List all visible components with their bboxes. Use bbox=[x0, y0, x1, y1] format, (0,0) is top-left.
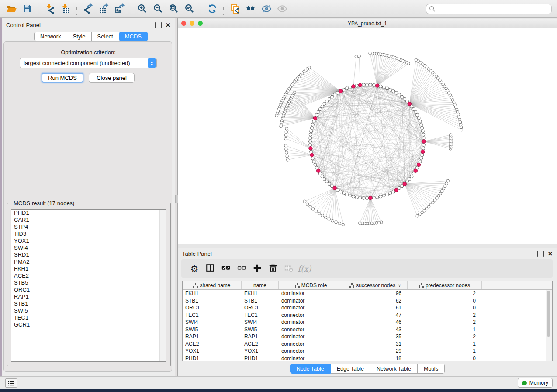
network-node[interactable] bbox=[414, 110, 417, 113]
vertical-splitter[interactable] bbox=[175, 18, 178, 376]
network-node[interactable] bbox=[318, 212, 321, 215]
network-node[interactable] bbox=[306, 203, 309, 206]
network-node[interactable] bbox=[395, 91, 398, 94]
network-node[interactable] bbox=[342, 192, 345, 195]
network-node[interactable] bbox=[362, 83, 365, 86]
mcds-result-item[interactable]: SRD1 bbox=[11, 251, 166, 258]
mcds-node[interactable] bbox=[339, 89, 342, 93]
mcds-result-item[interactable]: PHD1 bbox=[11, 210, 166, 217]
network-node[interactable] bbox=[285, 151, 288, 155]
network-node[interactable] bbox=[382, 194, 385, 197]
network-node[interactable] bbox=[309, 133, 312, 136]
mcds-result-list[interactable]: PHD1CAR1STP4TID3YOX1SWI4SRD1PMA2FKH1ACE2… bbox=[11, 209, 166, 362]
network-node[interactable] bbox=[379, 195, 382, 198]
network-node[interactable] bbox=[365, 83, 368, 86]
zoom-in-button[interactable] bbox=[135, 2, 150, 15]
network-node[interactable] bbox=[284, 144, 287, 147]
network-node[interactable] bbox=[303, 200, 306, 203]
refresh-button[interactable] bbox=[204, 2, 220, 15]
network-node[interactable] bbox=[379, 85, 382, 88]
network-node[interactable] bbox=[285, 131, 288, 134]
table-row[interactable]: TEC1TEC1connector472 bbox=[183, 312, 552, 319]
tab-network-table[interactable]: Network Table bbox=[370, 364, 418, 374]
table-panel-float-icon[interactable] bbox=[537, 251, 544, 257]
mcds-node[interactable] bbox=[408, 102, 411, 106]
mcds-result-item[interactable]: RAP1 bbox=[11, 293, 166, 300]
mcds-node[interactable] bbox=[309, 146, 312, 150]
mcds-node[interactable] bbox=[394, 188, 398, 192]
save-button[interactable] bbox=[19, 2, 35, 15]
search-input[interactable] bbox=[436, 4, 551, 13]
network-node[interactable] bbox=[389, 192, 392, 195]
tab-node-table[interactable]: Node Table bbox=[290, 364, 331, 374]
network-node[interactable] bbox=[422, 143, 425, 146]
network-node[interactable] bbox=[385, 87, 388, 90]
mcds-node[interactable] bbox=[358, 83, 362, 87]
open-button[interactable] bbox=[3, 2, 19, 15]
mcds-result-item[interactable]: ACE2 bbox=[11, 272, 166, 279]
zoom-selected-button[interactable] bbox=[182, 2, 197, 15]
network-node[interactable] bbox=[422, 137, 425, 140]
tab-motifs[interactable]: Motifs bbox=[418, 364, 445, 374]
network-node[interactable] bbox=[286, 158, 289, 162]
tab-network[interactable]: Network bbox=[34, 32, 67, 41]
network-node[interactable] bbox=[311, 208, 315, 211]
network-node[interactable] bbox=[362, 196, 365, 199]
mcds-result-item[interactable]: YOX1 bbox=[11, 237, 166, 244]
zoom-out-button[interactable] bbox=[150, 2, 166, 15]
network-node[interactable] bbox=[312, 120, 315, 123]
network-node[interactable] bbox=[369, 83, 372, 86]
network-node[interactable] bbox=[389, 88, 392, 91]
show-panels-list-button[interactable] bbox=[5, 378, 17, 388]
clone-network-button[interactable] bbox=[227, 2, 243, 15]
horizontal-splitter[interactable] bbox=[178, 244, 557, 248]
run-mcds-button[interactable]: Run MCDS bbox=[42, 73, 83, 83]
table-scrollbar-thumb[interactable] bbox=[547, 291, 550, 337]
network-node[interactable] bbox=[318, 108, 322, 111]
network-node[interactable] bbox=[355, 84, 358, 87]
network-node[interactable] bbox=[309, 205, 312, 208]
network-node[interactable] bbox=[285, 127, 288, 131]
network-node[interactable] bbox=[398, 93, 401, 96]
export-network-button[interactable] bbox=[80, 2, 96, 15]
network-window-titlebar[interactable]: YPA_prune.txt_1 bbox=[178, 19, 557, 28]
network-node[interactable] bbox=[359, 196, 362, 199]
network-node[interactable] bbox=[376, 196, 379, 199]
network-node[interactable] bbox=[284, 134, 287, 137]
network-node[interactable] bbox=[372, 83, 375, 86]
mcds-result-item[interactable]: CAR1 bbox=[11, 217, 166, 224]
control-panel-close-icon[interactable]: ✕ bbox=[166, 22, 170, 28]
network-node[interactable] bbox=[342, 223, 345, 226]
network-node[interactable] bbox=[325, 100, 328, 103]
mcds-result-item[interactable]: SWI4 bbox=[11, 244, 166, 251]
network-node[interactable] bbox=[312, 160, 315, 163]
network-node[interactable] bbox=[392, 89, 395, 93]
table-panel-close-icon[interactable]: ✕ bbox=[548, 251, 553, 257]
mcds-result-item[interactable]: TEC1 bbox=[11, 314, 166, 321]
import-table-button[interactable] bbox=[58, 2, 73, 15]
network-node[interactable] bbox=[419, 160, 422, 163]
mcds-result-item[interactable]: STB1 bbox=[11, 300, 166, 307]
network-node[interactable] bbox=[284, 137, 287, 140]
network-node[interactable] bbox=[420, 157, 423, 160]
network-node[interactable] bbox=[349, 194, 352, 197]
table-row[interactable]: RAP1RAP1dominator352 bbox=[183, 333, 552, 340]
network-node[interactable] bbox=[328, 182, 331, 186]
network-node[interactable] bbox=[275, 114, 278, 117]
tab-select[interactable]: Select bbox=[92, 32, 119, 41]
criterion-select[interactable]: largest connected component (undirected)… bbox=[20, 58, 157, 68]
network-node[interactable] bbox=[415, 58, 418, 62]
mcds-result-item[interactable]: PMA2 bbox=[11, 258, 166, 265]
close-panel-button[interactable]: Close panel bbox=[89, 73, 135, 83]
network-node[interactable] bbox=[401, 95, 404, 98]
zoom-fit-button[interactable] bbox=[166, 2, 182, 15]
deselect-all-button[interactable] bbox=[234, 261, 249, 275]
houses-button[interactable] bbox=[243, 2, 259, 15]
network-node[interactable] bbox=[331, 219, 334, 222]
mcds-result-item[interactable]: SWI5 bbox=[11, 307, 166, 314]
column-header-predecessor-nodes[interactable]: predecessor nodes bbox=[408, 281, 482, 289]
network-node[interactable] bbox=[421, 154, 424, 157]
node-table[interactable]: shared namenameMCDS rolesuccessor nodes∨… bbox=[182, 281, 553, 361]
mcds-list-scrollbar[interactable] bbox=[159, 210, 166, 362]
hide-graphics-button[interactable] bbox=[259, 2, 274, 15]
